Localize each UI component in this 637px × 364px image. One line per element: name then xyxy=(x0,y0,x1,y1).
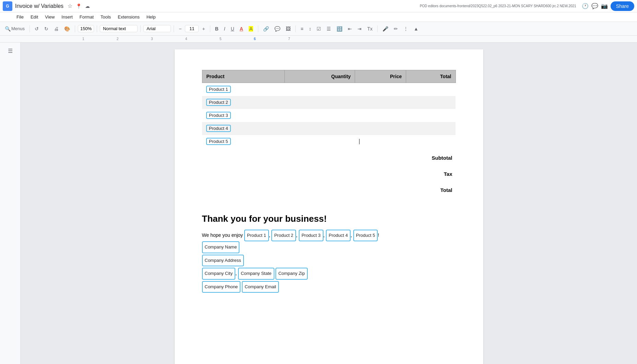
table-cell-price[interactable] xyxy=(355,83,406,96)
video-icon[interactable]: 📷 xyxy=(601,3,608,9)
redo-button[interactable]: ↻ xyxy=(42,25,50,33)
share-button[interactable]: Share xyxy=(611,1,634,11)
menu-item-file[interactable]: File xyxy=(14,14,26,20)
table-cell-price[interactable] xyxy=(355,135,406,148)
table-cell-total[interactable] xyxy=(406,135,456,148)
undo-button[interactable]: ↺ xyxy=(33,25,41,33)
indent-increase-icon: ⇥ xyxy=(357,26,362,32)
numbered-list-button[interactable]: 🔢 xyxy=(334,25,344,33)
table-cell-total[interactable] xyxy=(406,96,456,109)
text-color-button[interactable]: A xyxy=(238,25,245,33)
table-cell-quantity[interactable] xyxy=(284,135,355,148)
align-button[interactable]: ≡ xyxy=(298,25,305,33)
search-button[interactable]: 🔍 Menus xyxy=(3,25,27,33)
underline-button[interactable]: U xyxy=(229,25,236,33)
company-state-chip: Company State xyxy=(238,268,274,280)
paint-format-icon: 🎨 xyxy=(64,26,70,32)
paint-format-button[interactable]: 🎨 xyxy=(62,25,72,33)
edit-mode-button[interactable]: ✏ xyxy=(392,25,400,33)
app-icon: G xyxy=(3,1,12,11)
table-cell-total[interactable] xyxy=(406,109,456,122)
clear-format-button[interactable]: Tx xyxy=(365,25,375,33)
image-button[interactable]: 🖼 xyxy=(284,25,293,33)
product-var-chip-2: Product 2 xyxy=(206,99,231,106)
zoom-dropdown[interactable]: 150% xyxy=(78,25,94,32)
city-comma: , xyxy=(235,270,238,276)
indent-increase-button[interactable]: ⇥ xyxy=(355,25,364,33)
table-cell-total[interactable] xyxy=(406,122,456,135)
company-name-chip: Company Name xyxy=(202,241,240,253)
history-icon[interactable]: 🕐 xyxy=(582,3,589,9)
italic-button[interactable]: I xyxy=(222,25,227,33)
menu-item-edit[interactable]: Edit xyxy=(28,14,41,20)
table-cell-price[interactable] xyxy=(355,122,406,135)
voice-input-button[interactable]: 🎤 xyxy=(380,25,390,33)
product-var-chip-5: Product 5 xyxy=(206,138,231,145)
company-address-line: Company Address xyxy=(202,255,456,267)
table-cell-price[interactable] xyxy=(355,96,406,109)
indent-decrease-button[interactable]: ⇤ xyxy=(346,25,354,33)
table-header-product: Product xyxy=(202,70,284,83)
company-address-chip: Company Address xyxy=(202,255,244,267)
menu-item-extensions[interactable]: Extensions xyxy=(115,14,142,20)
menu-item-view[interactable]: View xyxy=(42,14,57,20)
redo-icon: ↻ xyxy=(44,26,48,32)
font-size-minus-button[interactable]: − xyxy=(177,25,184,33)
italic-icon: I xyxy=(224,26,225,32)
indent-decrease-icon: ⇤ xyxy=(348,26,352,32)
company-city-chip: Company City xyxy=(202,268,236,280)
menu-item-help[interactable]: Help xyxy=(144,14,158,20)
table-cell-product[interactable]: Product 1 xyxy=(202,83,284,96)
tax-row: Tax xyxy=(444,171,452,177)
location-icon[interactable]: 📍 xyxy=(76,3,82,9)
invoice-table: Product Quantity Price Total Product 1Pr… xyxy=(202,70,456,148)
table-cell-quantity[interactable] xyxy=(284,96,355,109)
product-var-chip-1: Product 1 xyxy=(206,86,231,93)
minus-icon: − xyxy=(179,26,181,32)
table-cell-product[interactable]: Product 3 xyxy=(202,109,284,122)
link-button[interactable]: 🔗 xyxy=(261,25,271,33)
table-cell-product[interactable]: Product 5 xyxy=(202,135,284,148)
product-var-chip-3: Product 3 xyxy=(206,112,231,119)
collapse-toolbar-button[interactable]: ▲ xyxy=(412,25,421,33)
menu-item-tools[interactable]: Tools xyxy=(98,14,114,20)
more-icon: ⋮ xyxy=(403,26,408,32)
thankyou-product-chip-3: Product 3 xyxy=(299,230,323,242)
separator-9 xyxy=(377,25,378,32)
menus-label: Menus xyxy=(11,26,25,31)
line-spacing-button[interactable]: ↕ xyxy=(307,25,313,33)
table-row: Product 5 xyxy=(202,135,456,148)
product-var-chip-4: Product 4 xyxy=(206,125,231,132)
undo-icon: ↺ xyxy=(35,26,39,32)
table-cell-product[interactable]: Product 4 xyxy=(202,122,284,135)
font-size-input[interactable]: 11 xyxy=(185,25,199,32)
highlight-button[interactable]: A xyxy=(247,25,255,33)
topbar: G Invoice w/ Variables ☆ 📍 ☁ POD editors… xyxy=(0,0,637,12)
table-cell-price[interactable] xyxy=(355,109,406,122)
font-size-plus-button[interactable]: + xyxy=(200,25,207,33)
print-button[interactable]: 🖨 xyxy=(52,25,61,33)
table-cell-product[interactable]: Product 2 xyxy=(202,96,284,109)
table-cell-total[interactable] xyxy=(406,83,456,96)
comment-icon[interactable]: 💬 xyxy=(591,3,598,9)
cloud-icon[interactable]: ☁ xyxy=(85,3,90,9)
line-spacing-icon: ↕ xyxy=(309,26,311,32)
bullet-list-button[interactable]: ☰ xyxy=(325,25,333,33)
checklist-button[interactable]: ☑ xyxy=(315,25,323,33)
table-cell-quantity[interactable] xyxy=(284,83,355,96)
star-icon[interactable]: ☆ xyxy=(68,3,72,9)
table-cell-quantity[interactable] xyxy=(284,122,355,135)
table-row: Product 2 xyxy=(202,96,456,109)
outline-icon[interactable]: ☰ xyxy=(5,45,16,56)
bold-button[interactable]: B xyxy=(213,25,221,33)
canvas-area[interactable]: Product Quantity Price Total Product 1Pr… xyxy=(21,43,637,364)
separator-6 xyxy=(210,25,210,32)
comment-add-button[interactable]: 💬 xyxy=(272,25,282,33)
summary-section: Subtotal Tax Total xyxy=(202,155,456,193)
menu-item-format[interactable]: Format xyxy=(77,14,96,20)
text-style-dropdown[interactable]: Normal text xyxy=(100,25,138,32)
more-options-button[interactable]: ⋮ xyxy=(401,25,410,33)
table-cell-quantity[interactable] xyxy=(284,109,355,122)
font-dropdown[interactable]: Arial xyxy=(143,25,171,32)
menu-item-insert[interactable]: Insert xyxy=(59,14,75,20)
